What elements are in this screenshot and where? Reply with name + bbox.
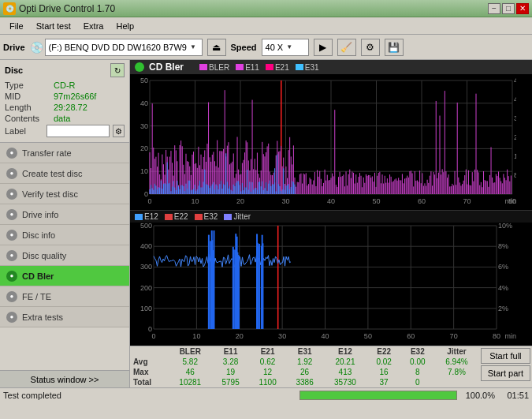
- maximize-button[interactable]: □: [502, 3, 515, 14]
- disc-mid-value: 97m26s66f: [54, 92, 125, 101]
- app-title: Opti Drive Control 1.70: [19, 3, 115, 14]
- legend-item-bottom-e12: E12: [135, 212, 158, 221]
- sidebar-item-label-fe-te: FE / TE: [22, 292, 51, 301]
- extra-tests-icon: ●: [6, 312, 17, 323]
- disc-type-row: Type CD-R: [5, 80, 125, 90]
- stats-btn-start-full[interactable]: Start full: [481, 348, 530, 364]
- disc-mid-row: MID 97m26s66f: [5, 92, 125, 101]
- sidebar-item-verify-test-disc[interactable]: ●Verify test disc: [0, 184, 129, 204]
- sidebar-item-extra-tests[interactable]: ●Extra tests: [0, 307, 129, 327]
- legend-top: BLERE11E21E31: [199, 63, 319, 72]
- bottom-chart-canvas: [130, 223, 516, 345]
- chart-title-icon: [135, 62, 144, 72]
- drive-select-arrow: ▼: [190, 43, 196, 51]
- sidebar-item-create-test-disc[interactable]: ●Create test disc: [0, 163, 129, 184]
- top-chart: [130, 74, 532, 211]
- disc-length-row: Length 29:28.72: [5, 103, 125, 112]
- disc-mid-label: MID: [5, 92, 54, 101]
- drive-select[interactable]: (F:) BENQ DVD DD DW1620 B7W9 ▼: [45, 39, 203, 56]
- charts-container: E12E22E32Jitter: [130, 74, 532, 346]
- legend-color-bler: [199, 64, 207, 70]
- legend-item-bottom-e32: E32: [195, 212, 218, 221]
- progress-bar-fill: [300, 391, 456, 399]
- sidebar-item-transfer-rate[interactable]: ●Transfer rate: [0, 143, 129, 163]
- disc-info-icon: ●: [6, 230, 17, 241]
- legend-item-e11: E11: [236, 63, 259, 72]
- sidebar-item-label-disc-quality: Disc quality: [22, 251, 66, 260]
- sidebar-item-cd-bler[interactable]: ●CD Bler: [0, 266, 129, 286]
- disc-panel-title: Disc: [5, 65, 23, 75]
- options-button[interactable]: ⚙: [361, 39, 380, 56]
- legend-item-e21: E21: [266, 63, 289, 72]
- eject-button[interactable]: ⏏: [207, 39, 226, 56]
- nav-items: ●Transfer rate●Create test disc●Verify t…: [0, 143, 129, 327]
- stats-row-avg: Avg5.823.280.621.9220.210.020.006.94%: [130, 357, 479, 367]
- stats-btn-start-part[interactable]: Start part: [481, 365, 530, 381]
- clear-button[interactable]: 🧹: [337, 39, 356, 56]
- titlebar-left: 💿 Opti Drive Control 1.70: [3, 2, 115, 15]
- drivebar: Drive 💿 (F:) BENQ DVD DD DW1620 B7W9 ▼ ⏏…: [0, 35, 532, 60]
- stats-row: BLERE11E21E31E12E22E32JitterAvg5.823.280…: [130, 346, 532, 387]
- disc-refresh-button[interactable]: ↻: [110, 63, 125, 77]
- minimize-button[interactable]: −: [488, 3, 500, 14]
- status-text: Test completed: [3, 391, 293, 400]
- progress-bar: [299, 391, 457, 400]
- disc-length-value: 29:28.72: [54, 103, 125, 112]
- fe-te-icon: ●: [6, 291, 17, 302]
- sidebar-item-label-disc-info: Disc info: [22, 230, 55, 240]
- statusbar: Test completed 100.0% 01:51: [0, 387, 532, 402]
- disc-contents-value: data: [54, 114, 125, 123]
- sidebar-item-disc-info[interactable]: ●Disc info: [0, 225, 129, 245]
- sidebar-item-disc-quality[interactable]: ●Disc quality: [0, 245, 129, 266]
- legend-color-e21: [266, 64, 273, 70]
- close-button[interactable]: ✕: [516, 3, 529, 14]
- disc-length-label: Length: [5, 103, 54, 112]
- stats-buttons: Start fullStart part: [479, 346, 532, 387]
- sidebar-item-label-drive-info: Drive info: [22, 210, 58, 219]
- cd-bler-icon: ●: [6, 271, 17, 282]
- status-time: 01:51: [501, 391, 529, 400]
- drive-info-icon: ●: [6, 209, 17, 220]
- titlebar-controls: − □ ✕: [488, 3, 529, 14]
- app-icon: 💿: [3, 2, 16, 15]
- chart-header: CD Bler BLERE11E21E31: [130, 60, 532, 74]
- menu-help[interactable]: Help: [110, 20, 140, 32]
- sidebar-item-label-create-test-disc: Create test disc: [22, 169, 82, 178]
- legend-item-bler: BLER: [199, 63, 229, 72]
- stats-area: BLERE11E21E31E12E22E32JitterAvg5.823.280…: [130, 346, 532, 387]
- go-button[interactable]: ▶: [314, 39, 333, 56]
- menu-file[interactable]: File: [3, 20, 30, 32]
- chart-title: CD Bler: [149, 62, 184, 73]
- speed-select-arrow: ▼: [286, 43, 292, 51]
- stats-row-total: Total1028157951100338635730370: [130, 377, 479, 387]
- legend-color-e31: [296, 64, 303, 70]
- disc-label-label: Label: [5, 126, 43, 136]
- sidebar-item-fe-te[interactable]: ●FE / TE: [0, 286, 129, 307]
- top-chart-canvas: [130, 74, 516, 210]
- sidebar-item-label-extra-tests: Extra tests: [22, 312, 63, 322]
- disc-contents-label: Contents: [5, 114, 54, 123]
- disc-panel-header: Disc ↻: [5, 63, 125, 77]
- stats-table: BLERE11E21E31E12E22E32JitterAvg5.823.280…: [130, 346, 479, 387]
- menubar: File Start test Extra Help: [0, 17, 532, 35]
- disc-contents-row: Contents data: [5, 114, 125, 123]
- speed-select[interactable]: 40 X ▼: [262, 39, 309, 56]
- legend-item-bottom-e22: E22: [165, 212, 188, 221]
- legend-item-e31: E31: [296, 63, 319, 72]
- create-test-disc-icon: ●: [6, 168, 17, 179]
- menu-extra[interactable]: Extra: [77, 20, 110, 32]
- disc-label-gear-button[interactable]: ⚙: [113, 125, 125, 137]
- save-button[interactable]: 💾: [385, 39, 404, 56]
- stats-table-wrap: BLERE11E21E31E12E22E32JitterAvg5.823.280…: [130, 346, 479, 387]
- sidebar-item-drive-info[interactable]: ●Drive info: [0, 204, 129, 225]
- status-window-button[interactable]: Status window >>: [0, 370, 129, 387]
- legend-item-bottom-jitter: Jitter: [224, 212, 251, 221]
- disc-label-input[interactable]: [47, 125, 110, 137]
- sidebar: Disc ↻ Type CD-R MID 97m26s66f Length 29…: [0, 60, 130, 387]
- disc-panel: Disc ↻ Type CD-R MID 97m26s66f Length 29…: [0, 60, 129, 143]
- sidebar-item-label-verify-test-disc: Verify test disc: [22, 189, 78, 199]
- verify-test-disc-icon: ●: [6, 189, 17, 200]
- menu-start-test[interactable]: Start test: [30, 20, 77, 32]
- disc-type-label: Type: [5, 80, 54, 90]
- sidebar-item-label-cd-bler: CD Bler: [22, 271, 54, 281]
